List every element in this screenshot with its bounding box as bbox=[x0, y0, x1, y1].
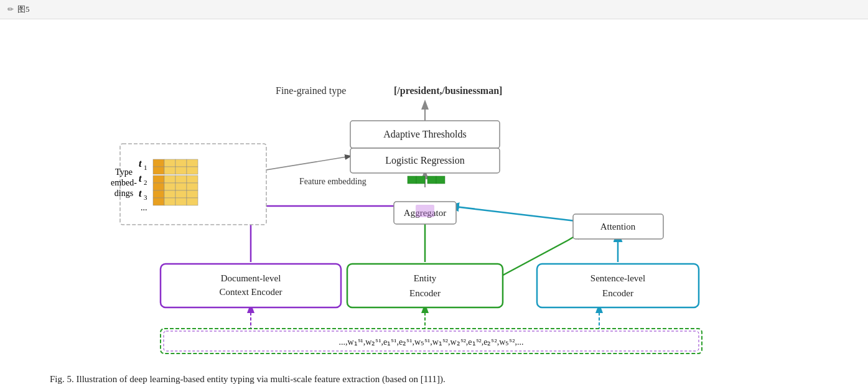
svg-text:Sentence-level: Sentence-level bbox=[590, 273, 645, 283]
diagram-svg: t 1 t 2 t 3 ... Type embed- dings bbox=[39, 38, 829, 368]
svg-rect-20 bbox=[175, 159, 187, 167]
svg-rect-18 bbox=[153, 159, 164, 167]
svg-text:Context Encoder: Context Encoder bbox=[219, 287, 282, 297]
svg-rect-64 bbox=[537, 264, 699, 307]
svg-rect-22 bbox=[153, 167, 164, 174]
svg-rect-41 bbox=[187, 198, 198, 205]
svg-text:Type: Type bbox=[115, 167, 133, 177]
svg-rect-28 bbox=[175, 176, 187, 183]
svg-text:t: t bbox=[139, 188, 142, 199]
svg-rect-37 bbox=[187, 190, 198, 198]
svg-rect-27 bbox=[164, 176, 175, 183]
svg-rect-30 bbox=[153, 183, 164, 190]
svg-text:Logistic Regression: Logistic Regression bbox=[385, 155, 465, 166]
svg-text:Fine-grained type: Fine-grained type bbox=[276, 85, 346, 96]
svg-rect-55 bbox=[416, 205, 434, 217]
svg-rect-29 bbox=[187, 176, 198, 183]
svg-text:3: 3 bbox=[144, 194, 147, 201]
svg-rect-49 bbox=[408, 176, 416, 184]
svg-rect-21 bbox=[187, 159, 198, 167]
svg-rect-26 bbox=[153, 176, 164, 183]
svg-rect-51 bbox=[427, 176, 436, 184]
svg-text:Entity: Entity bbox=[413, 273, 436, 283]
svg-rect-50 bbox=[416, 176, 425, 184]
svg-text:1: 1 bbox=[144, 164, 147, 171]
svg-rect-40 bbox=[175, 198, 187, 205]
pencil-icon: ✏ bbox=[7, 5, 14, 14]
diagram-container: t 1 t 2 t 3 ... Type embed- dings bbox=[39, 38, 829, 368]
svg-rect-39 bbox=[164, 198, 175, 205]
svg-text:Document-level: Document-level bbox=[220, 273, 281, 283]
svg-text:...,w₁ˢ¹,w₂ˢ¹,e₁ˢ¹,e₂ˢ¹,w₅ˢ¹,w: ...,w₁ˢ¹,w₂ˢ¹,e₁ˢ¹,e₂ˢ¹,w₅ˢ¹,w₁ˢ²,w₂ˢ²,e… bbox=[338, 337, 523, 347]
svg-rect-33 bbox=[187, 183, 198, 190]
svg-text:...: ... bbox=[141, 203, 147, 212]
main-content: t 1 t 2 t 3 ... Type embed- dings bbox=[0, 19, 868, 384]
svg-rect-23 bbox=[164, 167, 175, 174]
svg-rect-31 bbox=[164, 183, 175, 190]
svg-text:Attention: Attention bbox=[600, 222, 635, 232]
svg-rect-52 bbox=[436, 176, 445, 184]
svg-text:2: 2 bbox=[144, 179, 147, 186]
svg-rect-38 bbox=[153, 198, 164, 205]
svg-text:Encoder: Encoder bbox=[602, 288, 633, 298]
svg-rect-19 bbox=[164, 159, 175, 167]
svg-text:Feature embedding: Feature embedding bbox=[299, 177, 366, 186]
svg-text:Adaptive Thresholds: Adaptive Thresholds bbox=[383, 129, 466, 140]
svg-text:embed-: embed- bbox=[111, 178, 137, 187]
svg-rect-24 bbox=[175, 167, 187, 174]
svg-rect-25 bbox=[187, 167, 198, 174]
header-title: 图5 bbox=[17, 4, 30, 15]
svg-text:t: t bbox=[139, 158, 142, 169]
svg-rect-61 bbox=[347, 264, 503, 307]
svg-rect-32 bbox=[175, 183, 187, 190]
svg-rect-36 bbox=[175, 190, 187, 198]
header-bar: ✏ 图5 bbox=[0, 0, 868, 19]
caption-text: Fig. 5. Illustration of deep learning-ba… bbox=[50, 374, 446, 384]
svg-text:t: t bbox=[139, 173, 142, 184]
svg-rect-58 bbox=[161, 264, 341, 307]
svg-rect-34 bbox=[153, 190, 164, 198]
svg-text:Encoder: Encoder bbox=[409, 288, 441, 298]
svg-text:dings: dings bbox=[114, 189, 133, 198]
figure-caption: Fig. 5. Illustration of deep learning-ba… bbox=[37, 374, 831, 384]
svg-rect-35 bbox=[164, 190, 175, 198]
svg-text:[/president,/businessman]: [/president,/businessman] bbox=[394, 85, 502, 96]
